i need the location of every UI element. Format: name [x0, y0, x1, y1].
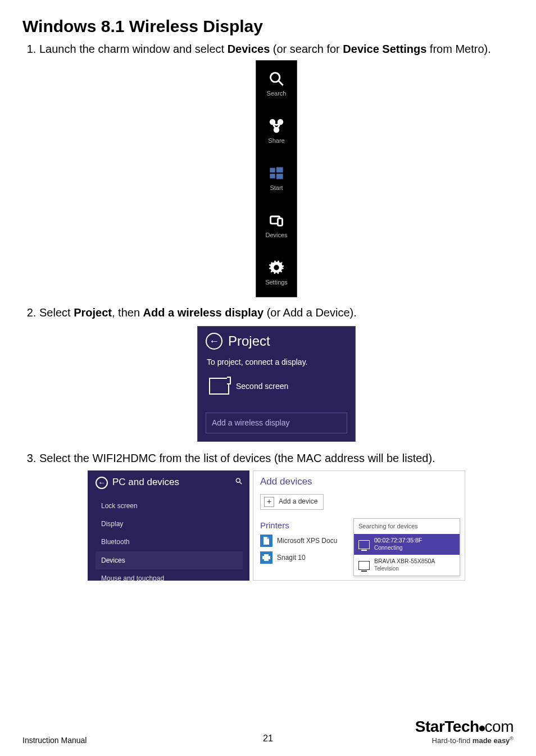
device-status: Connecting: [374, 544, 422, 552]
share-icon: [269, 118, 284, 134]
search-icon[interactable]: [235, 476, 243, 489]
charm-bar: Search Share Start Devices Settings: [256, 60, 297, 297]
svg-rect-7: [270, 174, 275, 178]
device-name: BRAVIA XBR-55X850A: [374, 558, 435, 565]
device-mac: 00:02:72:37:35:8F: [374, 537, 422, 544]
step-1: Launch the charm window and select Devic…: [39, 42, 514, 297]
project-title: Project: [228, 332, 270, 350]
second-screen-label: Second screen: [236, 381, 288, 392]
footer-left: Instruction Manual: [22, 736, 87, 745]
page-title: Windows 8.1 Wireless Display: [22, 17, 514, 36]
device-item-tv[interactable]: BRAVIA XBR-55X850A Television: [354, 555, 460, 576]
svg-line-1: [279, 81, 283, 85]
brand-logo: StarTechcom: [415, 718, 514, 736]
display-icon: [358, 561, 370, 570]
step-1-text-a: Launch the charm window and select: [39, 43, 228, 55]
step-2-bold-project: Project: [74, 306, 112, 319]
printer-name: Microsoft XPS Docu: [277, 536, 337, 545]
svg-rect-14: [264, 554, 269, 556]
step-2-text-a: Select: [39, 306, 74, 319]
svg-rect-8: [276, 174, 283, 179]
step-2-bold-add-wireless: Add a wireless display: [143, 306, 264, 319]
pc-devices-title: PC and devices: [112, 476, 179, 489]
plus-icon: +: [264, 497, 274, 507]
step-1-bold-device-settings: Device Settings: [343, 43, 426, 55]
pc-and-devices-panel: ← PC and devices Lock screen Display Blu…: [88, 470, 249, 581]
svg-rect-5: [270, 168, 275, 173]
brand: StarTechcom Hard-to-find made easy®: [415, 718, 514, 745]
sidebar-item-devices[interactable]: Devices: [96, 551, 243, 569]
step-2: Select Project, then Add a wireless disp…: [39, 305, 514, 442]
start-icon: [269, 165, 284, 181]
printer-name: Snagit 10: [277, 553, 306, 562]
step-1-text-c: from Metro).: [426, 43, 490, 55]
step-3-text: Select the WIFI2HDMC from the list of de…: [39, 452, 435, 464]
brand-bold: StarTech: [415, 718, 479, 735]
svg-rect-6: [276, 168, 283, 173]
svg-point-0: [271, 73, 280, 82]
svg-rect-16: [264, 559, 269, 561]
project-header: ← Project: [198, 327, 355, 355]
search-icon: [269, 71, 284, 87]
svg-point-11: [275, 266, 279, 270]
second-screen-icon: [209, 378, 229, 395]
back-icon[interactable]: ←: [206, 333, 222, 350]
sidebar-item-mouse-touchpad[interactable]: Mouse and touchpad: [96, 569, 243, 587]
add-devices-title: Add devices: [260, 476, 458, 488]
step-2-text-c: (or Add a Device).: [264, 306, 357, 319]
tagline-pre: Hard-to-find: [432, 736, 473, 745]
brand-rest: com: [485, 718, 514, 735]
sidebar-item-display[interactable]: Display: [96, 515, 243, 533]
display-icon: [358, 540, 370, 549]
page-footer: Instruction Manual 21 StarTechcom Hard-t…: [22, 718, 514, 745]
sidebar-item-lock-screen[interactable]: Lock screen: [96, 497, 243, 515]
document-icon: [260, 535, 272, 547]
add-wireless-display-link[interactable]: Add a wireless display: [206, 413, 347, 433]
charm-label: Start: [270, 184, 283, 192]
device-type: Television: [374, 565, 435, 573]
add-device-button[interactable]: + Add a device: [260, 494, 324, 510]
svg-rect-10: [278, 219, 282, 226]
charm-label: Settings: [265, 278, 288, 287]
brand-dot-icon: [479, 726, 485, 731]
printer-icon: [260, 551, 272, 564]
project-hint: To project, connect a display.: [207, 357, 346, 368]
searching-text: Searching for devices: [354, 519, 460, 534]
brand-tagline: Hard-to-find made easy®: [415, 736, 514, 745]
step-3: Select the WIFI2HDMC from the list of de…: [39, 451, 514, 581]
device-item-connecting[interactable]: 00:02:72:37:35:8F Connecting: [354, 534, 460, 555]
charm-search[interactable]: Search: [256, 61, 297, 108]
charm-devices[interactable]: Devices: [256, 202, 297, 250]
device-search-popup: Searching for devices 00:02:72:37:35:8F …: [353, 518, 460, 576]
charm-label: Search: [267, 89, 287, 98]
devices-icon: [269, 212, 284, 228]
project-panel: ← Project To project, connect a display.…: [197, 326, 356, 442]
svg-line-13: [240, 482, 242, 485]
registered-icon: ®: [510, 736, 514, 741]
svg-point-12: [236, 479, 240, 483]
back-icon[interactable]: ←: [96, 477, 108, 489]
add-devices-panel: Add devices + Add a device Printers Micr…: [253, 470, 465, 581]
charm-start[interactable]: Start: [256, 155, 297, 202]
tagline-bold: made easy: [473, 736, 510, 745]
step-1-text-b: (or search for: [270, 43, 343, 55]
charm-label: Devices: [265, 231, 287, 239]
sidebar-item-bluetooth[interactable]: Bluetooth: [96, 533, 243, 551]
settings-icon: [269, 260, 284, 275]
page-number: 21: [263, 734, 273, 744]
step-2-text-b: , then: [112, 306, 143, 319]
add-device-label: Add a device: [279, 497, 317, 506]
charm-settings[interactable]: Settings: [256, 250, 297, 297]
step-1-bold-devices: Devices: [228, 43, 270, 55]
charm-share[interactable]: Share: [256, 108, 297, 155]
second-screen-option[interactable]: Second screen: [207, 372, 346, 400]
charm-label: Share: [268, 137, 284, 145]
